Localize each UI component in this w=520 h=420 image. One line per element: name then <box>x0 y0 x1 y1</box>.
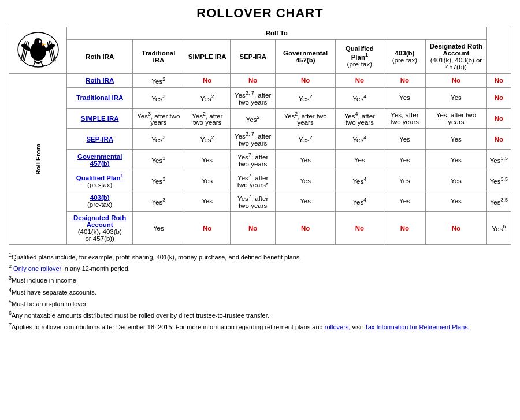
rollover-chart: Roll To Roth IRA Traditional IRA SIMPLE … <box>9 27 511 245</box>
col-403b: 403(b)(pre-tax) <box>384 39 426 73</box>
footnote-7: 7Applies to rollover contributions after… <box>9 321 511 332</box>
cell-qual-gov: Yes4 <box>335 170 384 191</box>
cell-sep-desig: No <box>486 129 511 150</box>
cell-roth-roth: Yes2 <box>133 74 184 88</box>
cell-roth-qual: No <box>384 74 426 88</box>
cell-desig-roth: Yes <box>133 211 184 244</box>
cell-qual-sep: Yes <box>276 170 336 191</box>
cell-roth-sep: No <box>276 74 336 88</box>
cell-roth-403b: No <box>426 74 486 88</box>
footnote-1: 1Qualified plans include, for example, p… <box>9 251 511 262</box>
footnote-5: 5Must be an in-plan rollover. <box>9 298 511 309</box>
cell-403b-trad: Yes <box>184 191 231 211</box>
cell-qual-qual: Yes <box>384 170 426 191</box>
table-row: 403(b)(pre-tax) Yes3 Yes Yes7, after two… <box>9 191 511 211</box>
table-row: Qualified Plan1(pre-tax) Yes3 Yes Yes7, … <box>9 170 511 191</box>
tax-info-link[interactable]: Tax Information for Retirement Plans <box>365 324 468 330</box>
footnote-6: 6Any nontaxable amounts distributed must… <box>9 309 511 321</box>
cell-sep-trad: Yes2 <box>184 129 231 150</box>
table-row: SIMPLE IRA Yes3, after two years Yes2, a… <box>9 108 511 129</box>
footnotes-section: 1Qualified plans include, for example, p… <box>9 251 511 333</box>
table-row: Designated Roth Account(401(k), 403(b)or… <box>9 211 511 244</box>
cell-trad-desig: No <box>486 87 511 108</box>
cell-simple-gov: Yes4, after two years <box>335 108 384 129</box>
cell-gov-simple: Yes7, after two years <box>231 150 276 170</box>
irs-logo <box>15 29 61 70</box>
cell-simple-sep: Yes2, after two years <box>276 108 336 129</box>
svg-line-16 <box>42 65 43 67</box>
cell-sep-sep: Yes2 <box>276 129 336 150</box>
col-gov-457b: Governmental 457(b) <box>276 39 336 73</box>
cell-gov-trad: Yes <box>184 150 231 170</box>
table-row: Traditional IRA Yes3 Yes2 Yes2, 7, after… <box>9 87 511 108</box>
footnote-2: 2 Only one rollover in any 12-month peri… <box>9 262 511 274</box>
cell-sep-qual: Yes <box>384 129 426 150</box>
col-sep-ira: SEP-IRA <box>231 39 276 73</box>
col-roth-ira: Roth IRA <box>67 39 133 73</box>
cell-sep-403b: Yes <box>426 129 486 150</box>
cell-trad-roth: Yes3 <box>133 87 184 108</box>
svg-line-14 <box>34 65 34 67</box>
cell-trad-simple: Yes2, 7, after two years <box>231 87 276 108</box>
cell-403b-qual: Yes <box>384 191 426 211</box>
cell-403b-sep: Yes <box>276 191 336 211</box>
row-label-gov-457b[interactable]: Governmental 457(b) <box>67 150 133 170</box>
cell-403b-simple: Yes7, after two years <box>231 191 276 211</box>
footnote-2-link[interactable]: Only one rollover <box>13 265 61 272</box>
cell-trad-trad: Yes2 <box>184 87 231 108</box>
rollovers-link[interactable]: rollovers <box>325 324 349 330</box>
cell-roth-gov: No <box>335 74 384 88</box>
cell-403b-gov: Yes4 <box>335 191 384 211</box>
cell-roth-simple: No <box>231 74 276 88</box>
cell-trad-sep: Yes2 <box>276 87 336 108</box>
page-title: ROLLOVER CHART <box>9 6 511 21</box>
footnote-4: 4Must have separate accounts. <box>9 286 511 298</box>
cell-qual-403b: Yes <box>426 170 486 191</box>
table-row: SEP-IRA Yes3 Yes2 Yes2, 7, after two yea… <box>9 129 511 150</box>
cell-desig-desig: Yes6 <box>486 211 511 244</box>
cell-403b-roth: Yes3 <box>133 191 184 211</box>
svg-point-10 <box>39 40 41 43</box>
logo-cell <box>9 27 67 74</box>
cell-sep-gov: Yes4 <box>335 129 384 150</box>
cell-desig-gov: No <box>335 211 384 244</box>
cell-gov-qual: Yes <box>384 150 426 170</box>
row-label-qual-plan[interactable]: Qualified Plan1(pre-tax) <box>67 170 133 191</box>
cell-simple-roth: Yes3, after two years <box>133 108 184 129</box>
cell-403b-403b: Yes <box>426 191 486 211</box>
cell-qual-desig: Yes3,5 <box>486 170 511 191</box>
cell-403b-desig: Yes3,5 <box>486 191 511 211</box>
row-label-roth-ira[interactable]: Roth IRA <box>67 74 133 88</box>
col-simple-ira: SIMPLE IRA <box>184 39 231 73</box>
cell-gov-sep: Yes <box>276 150 336 170</box>
row-label-trad-ira[interactable]: Traditional IRA <box>67 87 133 108</box>
col-desig-roth: Designated Roth Account(401(k), 403(b) o… <box>426 39 486 73</box>
cell-qual-roth: Yes3 <box>133 170 184 191</box>
row-label-403b[interactable]: 403(b)(pre-tax) <box>67 191 133 211</box>
cell-simple-desig: No <box>486 108 511 129</box>
cell-desig-qual: No <box>384 211 426 244</box>
svg-marker-9 <box>42 43 46 46</box>
cell-desig-403b: No <box>426 211 486 244</box>
cell-trad-gov: Yes4 <box>335 87 384 108</box>
row-label-sep-ira[interactable]: SEP-IRA <box>67 129 133 150</box>
cell-simple-qual: Yes, after two years <box>384 108 426 129</box>
cell-qual-simple: Yes7, after two years* <box>231 170 276 191</box>
cell-gov-gov: Yes <box>335 150 384 170</box>
cell-roth-trad: No <box>184 74 231 88</box>
cell-gov-403b: Yes <box>426 150 486 170</box>
cell-simple-simple: Yes2 <box>231 108 276 129</box>
footnote-3: 3Must include in income. <box>9 274 511 285</box>
cell-desig-simple: No <box>231 211 276 244</box>
table-row: Governmental 457(b) Yes3 Yes Yes7, after… <box>9 150 511 170</box>
cell-sep-simple: Yes2, 7, after two years <box>231 129 276 150</box>
row-label-desig-roth[interactable]: Designated Roth Account(401(k), 403(b)or… <box>67 211 133 244</box>
cell-sep-roth: Yes3 <box>133 129 184 150</box>
col-trad-ira: Traditional IRA <box>133 39 184 73</box>
roll-to-header: Roll To <box>67 27 487 40</box>
row-label-simple-ira[interactable]: SIMPLE IRA <box>67 108 133 129</box>
cell-desig-trad: No <box>184 211 231 244</box>
col-qual-plan: Qualified Plan1(pre-tax) <box>335 39 384 73</box>
roll-from-label: Roll From <box>9 74 67 245</box>
svg-point-8 <box>34 38 42 46</box>
